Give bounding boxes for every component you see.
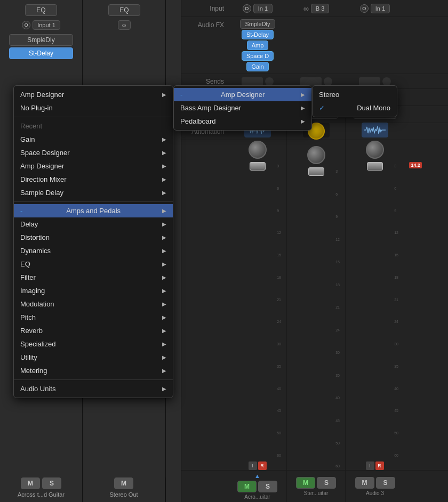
arrow-icon-eq: ▶	[162, 261, 166, 267]
mixer-channel-input-3: O In 1	[346, 4, 404, 13]
solo-bottom-3[interactable]: S	[376, 477, 395, 489]
channel-b3[interactable]: B 3	[311, 4, 330, 13]
bottom-spacer	[181, 471, 228, 502]
sends-ch1	[228, 77, 287, 86]
pan-knob-3[interactable]	[366, 141, 384, 159]
arrow-icon-sub-bass: ▶	[301, 105, 305, 111]
arrow-icon-delay: ▶	[162, 221, 166, 227]
mute-button-1[interactable]: M	[21, 477, 40, 489]
submenu-pedalboard[interactable]: Pedalboard ▶	[174, 115, 311, 128]
link-button[interactable]: ∞	[118, 20, 131, 30]
menu-item-dynamics[interactable]: Dynamics ▶	[14, 244, 173, 257]
menu-item-distortion[interactable]: Distortion ▶	[14, 231, 173, 244]
fader-track-area-1: 3691215182124303540455060	[228, 162, 286, 459]
submenu-amps-pedals: - Amp Designer ▶ Bass Amp Designer ▶ Ped…	[173, 85, 312, 131]
menu-item-direction-mixer[interactable]: Direction Mixer ▶	[14, 173, 173, 186]
menu-item-eq[interactable]: EQ ▶	[14, 257, 173, 271]
solo-button-1[interactable]: S	[42, 477, 61, 489]
input-indicator-1: O	[243, 4, 251, 13]
arrow-icon-pitch: ▶	[162, 314, 166, 320]
i-button-1[interactable]: I	[249, 461, 257, 470]
arrow-icon-reverb: ▶	[162, 328, 166, 334]
input-row-1: O Input 1	[22, 20, 60, 30]
menu-item-gain[interactable]: Gain ▶	[14, 133, 173, 146]
bottom-ch2: M S Ster...uitar	[287, 471, 346, 502]
input-row: Input O In 1 ∞ B 3 O In 1	[181, 0, 448, 17]
fader-track-area-2: 3691215182124303540455060	[287, 167, 345, 470]
arrow-icon-space: ▶	[162, 150, 166, 156]
plugin-fx-spaced[interactable]: Space D	[242, 51, 274, 61]
arrow-icon-meter: ▶	[162, 368, 166, 374]
dash-icon: -	[20, 207, 22, 215]
input-circle-1: O	[22, 21, 30, 29]
menu-item-filter[interactable]: Filter ▶	[14, 271, 173, 284]
submenu-dual-mono[interactable]: ✓ Dual Mono	[313, 101, 397, 115]
menu-item-sample-delay[interactable]: Sample Delay ▶	[14, 186, 173, 199]
menu-item-imaging[interactable]: Imaging ▶	[14, 284, 173, 297]
menu-item-space-designer[interactable]: Space Designer ▶	[14, 146, 173, 159]
right-mixer: Input O In 1 ∞ B 3 O In 1 Aud	[181, 0, 448, 502]
sends-ch3	[346, 77, 404, 86]
arrow-icon-sub-pedal: ▶	[301, 118, 305, 124]
fader-channel-1: 3691215182124303540455060 I R	[228, 118, 287, 470]
plugin-fx-amp[interactable]: Amp	[247, 41, 269, 50]
menu-item-reverb[interactable]: Reverb ▶	[14, 324, 173, 337]
main-dropdown-menu: Amp Designer ▶ No Plug-in Recent Gain ▶ …	[13, 85, 173, 398]
left-track-bottom: M S Across t...d Guitar M Stereo Out	[0, 477, 181, 502]
plugin-fx-gain[interactable]: Gain	[246, 62, 268, 71]
mute-bottom-3[interactable]: M	[355, 477, 374, 489]
r-button-1[interactable]: R	[258, 461, 267, 470]
plugin-fx-simpledly[interactable]: SmpleDly	[240, 19, 275, 29]
fader-thumb-1[interactable]	[250, 162, 266, 171]
solo-bottom-2[interactable]: S	[317, 477, 336, 489]
menu-item-recent-header: Recent	[14, 119, 173, 133]
submenu-amp-designer[interactable]: - Amp Designer ▶	[174, 88, 311, 101]
menu-item-metering[interactable]: Metering ▶	[14, 364, 173, 377]
fader-thumb-3[interactable]	[367, 162, 383, 171]
arrow-icon-filter: ▶	[162, 274, 166, 280]
r-button-3[interactable]: R	[375, 461, 384, 470]
submenu-stereo[interactable]: Stereo	[313, 88, 397, 101]
menu-item-delay[interactable]: Delay ▶	[14, 217, 173, 231]
eq-button-1[interactable]: EQ	[25, 4, 57, 16]
waveform-svg-3	[364, 125, 386, 135]
fader-thumb-2[interactable]	[308, 167, 324, 176]
link-indicator-2: ∞	[303, 4, 309, 13]
solo-bottom-1[interactable]: S	[258, 481, 277, 492]
submenu-amp-designer: Stereo ✓ Dual Mono	[312, 85, 397, 117]
submenu-bass-amp[interactable]: Bass Amp Designer ▶	[174, 101, 311, 115]
plugin-stdelay[interactable]: St-Delay	[9, 47, 73, 59]
arrow-icon-sample: ▶	[162, 190, 166, 196]
input-row-2: ∞	[118, 20, 131, 30]
fader-scale-3: 3691215182124303540455060	[394, 162, 398, 459]
arrow-icon-dist: ▶	[162, 234, 166, 240]
menu-item-utility[interactable]: Utility ▶	[14, 351, 173, 364]
fader-spacer	[181, 118, 228, 470]
mute-bottom-2[interactable]: M	[296, 477, 315, 489]
menu-item-amp-designer-recent[interactable]: Amp Designer ▶	[14, 159, 173, 173]
menu-item-pitch[interactable]: Pitch ▶	[14, 311, 173, 324]
plugin-fx-stdelay[interactable]: St-Delay	[242, 30, 274, 39]
arrow-icon-imaging: ▶	[162, 288, 166, 294]
menu-item-amp-designer-top[interactable]: Amp Designer ▶	[14, 88, 173, 101]
pan-knob-2[interactable]	[307, 146, 325, 164]
menu-item-amps-pedals[interactable]: - Amps and Pedals ▶	[14, 204, 173, 217]
audiofx-label: Audio FX	[186, 19, 228, 29]
mute-bottom-1[interactable]: M	[237, 481, 257, 492]
menu-item-no-plugin[interactable]: No Plug-in	[14, 101, 173, 115]
plugin-simpledly[interactable]: SmpleDly	[9, 34, 73, 46]
channel-in1-3[interactable]: In 1	[371, 4, 390, 13]
ms-bottom-3: M S	[355, 477, 395, 489]
left-track-bottom-1: M S Across t...d Guitar	[0, 477, 83, 502]
mute-button-2[interactable]: M	[114, 477, 133, 489]
sends-ch2	[287, 77, 346, 86]
i-button-3[interactable]: I	[366, 461, 374, 470]
arrow-icon-mod: ▶	[162, 301, 166, 307]
menu-item-specialized[interactable]: Specialized ▶	[14, 337, 173, 351]
eq-button-2[interactable]: EQ	[108, 4, 140, 16]
menu-item-modulation[interactable]: Modulation ▶	[14, 297, 173, 311]
menu-item-audio-units[interactable]: Audio Units ▶	[14, 382, 173, 395]
channel-in1[interactable]: In 1	[253, 4, 273, 13]
bottom-name-1: Acro...uitar	[244, 494, 270, 500]
pan-knob-1[interactable]	[249, 141, 267, 159]
